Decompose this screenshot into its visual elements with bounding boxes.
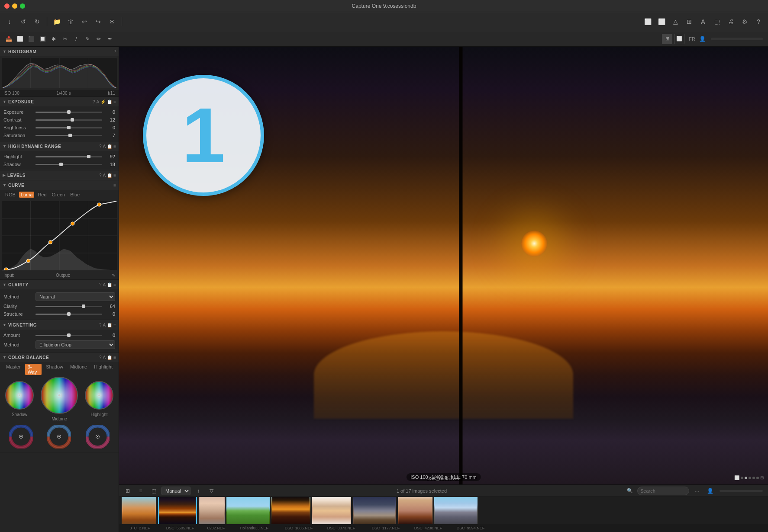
tool2-8[interactable]: ✎ xyxy=(82,34,93,44)
vignetting-track[interactable] xyxy=(35,335,102,336)
photo-thumb-7[interactable] xyxy=(353,497,396,524)
vig-icon-a[interactable]: A xyxy=(103,323,106,327)
exp-icon-a[interactable]: A xyxy=(96,99,99,104)
highlight-track[interactable] xyxy=(35,156,102,157)
import-button[interactable]: ↓ xyxy=(3,16,16,28)
photo-thumb-4[interactable] xyxy=(226,497,270,524)
brightness-track[interactable] xyxy=(35,127,102,128)
print-tool[interactable]: 🖨 xyxy=(725,16,737,28)
vignetting-header[interactable]: ▼ VIGNETTING ? A 📋 ≡ xyxy=(0,320,119,330)
redo-button[interactable]: ↻ xyxy=(31,16,43,28)
tool2-4[interactable]: 🔲 xyxy=(37,34,48,44)
levels-icon-m[interactable]: ≡ xyxy=(113,173,116,178)
search-options-btn[interactable]: ··· xyxy=(692,486,702,496)
highlight-wheel2[interactable] xyxy=(86,425,110,449)
contrast-thumb[interactable] xyxy=(71,118,74,122)
clarity-icon-a[interactable]: A xyxy=(103,282,106,287)
grid-tool[interactable]: ⊞ xyxy=(683,16,695,28)
exposure-track[interactable] xyxy=(35,112,102,113)
tool2-7[interactable]: / xyxy=(71,34,81,44)
filmstrip-sort-asc[interactable]: ↑ xyxy=(193,486,203,496)
vignetting-thumb[interactable] xyxy=(67,333,71,337)
midtone-wheel[interactable] xyxy=(40,376,79,415)
undo-button[interactable]: ↺ xyxy=(17,16,29,28)
tool2-1[interactable]: 📥 xyxy=(3,34,14,44)
highlight-wheel[interactable] xyxy=(84,380,114,410)
cb-tab-3way[interactable]: 3-Way xyxy=(25,364,42,375)
histogram-icon-question[interactable]: ? xyxy=(113,49,116,54)
color-balance-header[interactable]: ▼ COLOR BALANCE ? A 📋 ≡ xyxy=(0,353,119,362)
clarity-header[interactable]: ▼ CLARITY ? A 📋 ≡ xyxy=(0,280,119,289)
open-button[interactable]: 📁 xyxy=(51,16,63,28)
exp-icon-m[interactable]: ≡ xyxy=(113,99,116,104)
settings-button[interactable]: ⚙ xyxy=(739,16,751,28)
brightness-thumb[interactable] xyxy=(67,126,71,129)
curve-tab-green[interactable]: Green xyxy=(50,192,67,198)
exp-icon-c[interactable]: 📋 xyxy=(107,99,112,104)
layout-grid-btn[interactable]: ⊞ xyxy=(662,34,672,44)
vig-icon-m[interactable]: ≡ xyxy=(113,323,116,327)
vig-icon-q[interactable]: ? xyxy=(99,323,102,327)
tool2-10[interactable]: ✒ xyxy=(105,34,115,44)
photo-thumb-5[interactable] xyxy=(271,497,310,524)
shadow-wheel2[interactable] xyxy=(9,425,33,449)
cb-icon-m[interactable]: ≡ xyxy=(113,355,116,360)
filmstrip-list-btn[interactable]: ≡ xyxy=(136,486,146,496)
curve-tab-red[interactable]: Red xyxy=(36,192,48,198)
vig-icon-c[interactable]: 📋 xyxy=(107,323,112,327)
cb-tab-midtone[interactable]: Midtone xyxy=(68,364,90,375)
tool2-6[interactable]: ✂ xyxy=(60,34,70,44)
tool2-2[interactable]: ⬜ xyxy=(15,34,25,44)
photo-thumb-2[interactable] xyxy=(158,497,197,524)
photo-thumb-3[interactable] xyxy=(199,497,225,524)
rotate-right-button[interactable]: ↪ xyxy=(92,16,104,28)
shadow-thumb[interactable] xyxy=(59,163,63,166)
shadow-track[interactable] xyxy=(35,164,102,165)
histogram-header[interactable]: ▼ HISTOGRAM ? xyxy=(0,47,119,56)
clarity-method-select[interactable]: Natural xyxy=(35,292,115,301)
exposure-header[interactable]: ▼ EXPOSURE ? A ⚡ 📋 ≡ xyxy=(0,97,119,106)
curve-tab-rgb[interactable]: RGB xyxy=(3,192,17,198)
levels-icon-a[interactable]: A xyxy=(103,173,106,178)
compare-tool[interactable]: ⬜ xyxy=(655,16,668,28)
rotate-tool[interactable]: △ xyxy=(669,16,681,28)
tool2-9[interactable]: ✏ xyxy=(94,34,104,44)
photo-thumb-8[interactable] xyxy=(398,497,432,524)
contrast-track[interactable] xyxy=(35,119,102,121)
filmstrip-search[interactable] xyxy=(637,487,689,495)
tool2-3[interactable]: ⬛ xyxy=(26,34,36,44)
clarity-thumb[interactable] xyxy=(82,304,85,308)
filmstrip-zoom-slider[interactable] xyxy=(720,490,763,492)
levels-icon-q[interactable]: ? xyxy=(99,173,102,178)
curve-icon-m[interactable]: ≡ xyxy=(113,183,116,188)
maximize-button[interactable] xyxy=(20,3,25,9)
hdr-icon-a[interactable]: A xyxy=(103,144,106,149)
filmstrip-filter-btn[interactable]: ▽ xyxy=(206,486,216,496)
select-tool[interactable]: ⬜ xyxy=(642,16,654,28)
view-icon-2[interactable]: ⊞ xyxy=(760,475,764,480)
levels-header[interactable]: ▶ LEVELS ? A 📋 ≡ xyxy=(0,170,119,180)
structure-track[interactable] xyxy=(35,314,102,315)
layout-single-btn[interactable]: ⬜ xyxy=(674,34,684,44)
hdr-icon-q[interactable]: ? xyxy=(99,144,102,149)
hdr-icon-c[interactable]: 📋 xyxy=(107,144,112,149)
filmstrip-grid-btn[interactable]: ⊞ xyxy=(123,486,133,496)
delete-button[interactable]: 🗑 xyxy=(65,16,77,28)
curve-picker-icon[interactable]: ✎ xyxy=(112,273,115,278)
zoom-tool[interactable]: ⬚ xyxy=(711,16,723,28)
curve-tab-luma[interactable]: Luma xyxy=(19,192,35,198)
filmstrip-detail-btn[interactable]: ⬚ xyxy=(148,486,159,496)
cb-tab-highlight[interactable]: Highlight xyxy=(91,364,115,375)
clarity-icon-m[interactable]: ≡ xyxy=(113,282,116,287)
view-icon-1[interactable]: ⬜ xyxy=(734,475,739,480)
exp-icon-p[interactable]: ⚡ xyxy=(100,99,106,104)
exp-icon-q[interactable]: ? xyxy=(93,99,95,104)
cb-icon-q[interactable]: ? xyxy=(99,355,102,360)
cb-icon-c[interactable]: 📋 xyxy=(107,355,112,360)
process-button[interactable]: ✉ xyxy=(106,16,118,28)
saturation-thumb[interactable] xyxy=(68,134,72,137)
minimize-button[interactable] xyxy=(12,3,17,9)
hdr-icon-m[interactable]: ≡ xyxy=(113,144,116,149)
cb-tab-shadow[interactable]: Shadow xyxy=(43,364,66,375)
saturation-track[interactable] xyxy=(35,135,102,136)
